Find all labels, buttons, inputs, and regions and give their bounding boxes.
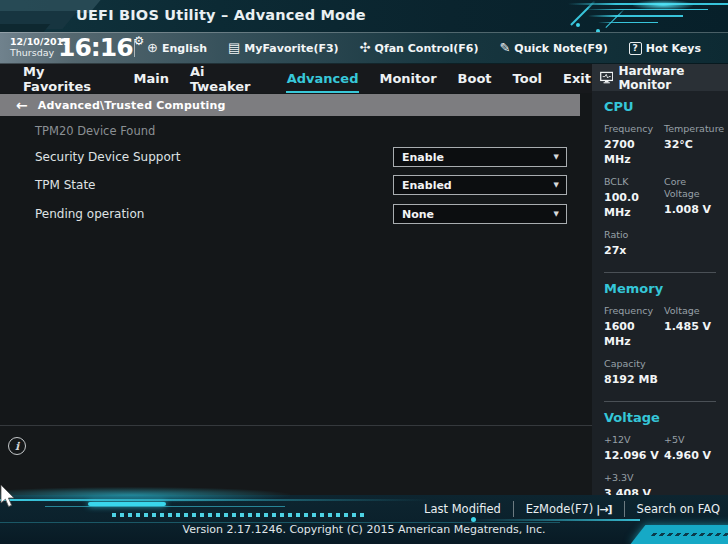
metric-label: Frequency bbox=[604, 123, 664, 135]
footer-actions: Last Modified EzMode(F7) |→] Search on F… bbox=[424, 501, 720, 517]
qfan-icon: ✣ bbox=[360, 42, 371, 54]
last-modified-button[interactable]: Last Modified bbox=[424, 502, 501, 516]
bios-screen: UEFI BIOS Utility – Advanced Mode 12/10/… bbox=[0, 0, 728, 544]
metric-label: Frequency bbox=[604, 305, 664, 317]
setting-row: Pending operation None ▼ bbox=[0, 204, 592, 224]
footer-bar: Last Modified EzMode(F7) |→] Search on F… bbox=[0, 495, 728, 544]
hot-keys-label: Hot Keys bbox=[646, 42, 701, 55]
divider bbox=[134, 39, 135, 57]
question-icon: ? bbox=[629, 42, 642, 55]
myfavorite-label: MyFavorite(F3) bbox=[244, 42, 338, 55]
tpm-state-dropdown[interactable]: Enabled ▼ bbox=[393, 175, 567, 195]
myfavorite-button[interactable]: ▤ MyFavorite(F3) bbox=[228, 42, 339, 55]
tab-advanced[interactable]: Advanced bbox=[286, 64, 360, 93]
last-modified-label: Last Modified bbox=[424, 502, 501, 516]
ezmode-label: EzMode(F7) bbox=[526, 502, 594, 516]
note-icon: ✎ bbox=[499, 42, 510, 54]
metric-value: 1600 MHz bbox=[604, 319, 664, 349]
metric-label: Ratio bbox=[604, 229, 664, 241]
monitor-icon bbox=[600, 71, 613, 84]
metric-label: Capacity bbox=[604, 358, 664, 370]
page-title: UEFI BIOS Utility – Advanced Mode bbox=[76, 7, 366, 23]
security-device-support-dropdown[interactable]: Enable ▼ bbox=[393, 147, 567, 167]
quick-note-button[interactable]: ✎ Quick Note(F9) bbox=[499, 42, 607, 55]
dropdown-value: Enabled bbox=[402, 179, 554, 192]
setting-row: TPM State Enabled ▼ bbox=[0, 175, 592, 195]
tpm-status-text: TPM20 Device Found bbox=[35, 124, 155, 138]
tab-exit[interactable]: Exit bbox=[562, 64, 592, 93]
setting-label: Pending operation bbox=[35, 207, 144, 221]
metric-label: +5V bbox=[664, 434, 722, 446]
menu-bar: My Favorites Main Ai Tweaker Advanced Mo… bbox=[0, 64, 592, 93]
circuit-decoration bbox=[0, 24, 50, 32]
tab-ai-tweaker[interactable]: Ai Tweaker bbox=[189, 64, 267, 93]
qfan-label: Qfan Control(F6) bbox=[375, 42, 479, 55]
language-button[interactable]: ⊕ English bbox=[147, 42, 207, 55]
setting-label: Security Device Support bbox=[35, 150, 180, 164]
ezmode-button[interactable]: EzMode(F7) |→] bbox=[526, 502, 612, 516]
divider bbox=[624, 501, 625, 517]
tab-boot[interactable]: Boot bbox=[457, 64, 493, 93]
language-label: English bbox=[162, 42, 207, 55]
divider bbox=[513, 501, 514, 517]
metric-label: BCLK bbox=[604, 176, 664, 188]
metric-label: Temperature bbox=[664, 123, 722, 135]
hardware-monitor-panel: Hardware Monitor CPU Frequency2700 MHz T… bbox=[592, 64, 728, 495]
hwmon-section-memory: Frequency1600 MHz Voltage1.485 V Capacit… bbox=[604, 296, 722, 387]
metric-value: 12.096 V bbox=[604, 448, 664, 463]
circuit-decoration bbox=[470, 519, 640, 521]
metric-value: 1.008 V bbox=[664, 202, 722, 217]
metric-value: 1.485 V bbox=[664, 319, 722, 334]
settings-panel: ← Advanced\Trusted Computing TPM20 Devic… bbox=[0, 93, 592, 495]
hardware-monitor-body: CPU Frequency2700 MHz Temperature32°C BC… bbox=[604, 91, 722, 501]
metric-label: Voltage bbox=[664, 305, 722, 317]
time-text: 16:16 bbox=[58, 33, 133, 62]
hardware-monitor-header: Hardware Monitor bbox=[592, 64, 728, 91]
gear-icon[interactable]: ⚙ bbox=[134, 34, 145, 48]
metric-label: +12V bbox=[604, 434, 664, 446]
metric-value: 8192 MB bbox=[604, 372, 664, 387]
mouse-cursor bbox=[0, 485, 18, 509]
back-arrow-icon[interactable]: ← bbox=[16, 97, 28, 113]
toolbar: 12/10/2015 Thursday 16:16⚙ ⊕ English ▤ M… bbox=[0, 32, 728, 64]
tab-my-favorites[interactable]: My Favorites bbox=[22, 64, 113, 93]
hardware-monitor-title: Hardware Monitor bbox=[618, 64, 728, 92]
metric-value: 4.960 V bbox=[664, 448, 722, 463]
quick-note-label: Quick Note(F9) bbox=[514, 42, 607, 55]
help-info-strip: i bbox=[0, 425, 592, 495]
qfan-control-button[interactable]: ✣ Qfan Control(F6) bbox=[360, 42, 479, 55]
globe-icon: ⊕ bbox=[147, 42, 158, 54]
pending-operation-dropdown[interactable]: None ▼ bbox=[393, 204, 567, 224]
circuit-decoration bbox=[112, 513, 364, 517]
search-on-faq-button[interactable]: Search on FAQ bbox=[637, 502, 720, 516]
tab-monitor[interactable]: Monitor bbox=[378, 64, 437, 93]
circuit-decoration bbox=[88, 502, 166, 506]
setting-row: Security Device Support Enable ▼ bbox=[0, 147, 592, 167]
tab-main[interactable]: Main bbox=[132, 64, 169, 93]
tab-tool[interactable]: Tool bbox=[512, 64, 543, 93]
metric-value: 32°C bbox=[664, 137, 722, 152]
search-faq-label: Search on FAQ bbox=[637, 502, 720, 516]
hwmon-section-cpu-title: CPU bbox=[604, 99, 722, 114]
chevron-down-icon: ▼ bbox=[554, 210, 559, 218]
divider bbox=[604, 401, 716, 402]
setting-label: TPM State bbox=[35, 178, 96, 192]
hot-keys-button[interactable]: ? Hot Keys bbox=[629, 42, 701, 55]
info-icon: i bbox=[8, 437, 26, 455]
circuit-decoration bbox=[553, 0, 728, 32]
toolbar-items: ⊕ English ▤ MyFavorite(F3) ✣ Qfan Contro… bbox=[147, 32, 701, 64]
metric-value: 2700 MHz bbox=[604, 137, 664, 167]
breadcrumb-path: Advanced\Trusted Computing bbox=[38, 99, 226, 112]
chevron-down-icon: ▼ bbox=[554, 153, 559, 161]
breadcrumb: ← Advanced\Trusted Computing bbox=[0, 94, 580, 116]
clock-widget[interactable]: 16:16⚙ bbox=[58, 33, 143, 62]
metric-value: 100.0 MHz bbox=[604, 190, 664, 220]
divider bbox=[604, 272, 716, 273]
hwmon-section-voltage: +12V12.096 V +5V4.960 V +3.3V3.408 V bbox=[604, 425, 722, 501]
circuit-decoration bbox=[0, 499, 430, 501]
version-text: Version 2.17.1246. Copyright (C) 2015 Am… bbox=[0, 523, 728, 536]
chevron-down-icon: ▼ bbox=[554, 181, 559, 189]
ezmode-enter-icon: |→] bbox=[596, 503, 611, 516]
myfavorite-icon: ▤ bbox=[228, 42, 240, 54]
dropdown-value: None bbox=[402, 208, 554, 221]
